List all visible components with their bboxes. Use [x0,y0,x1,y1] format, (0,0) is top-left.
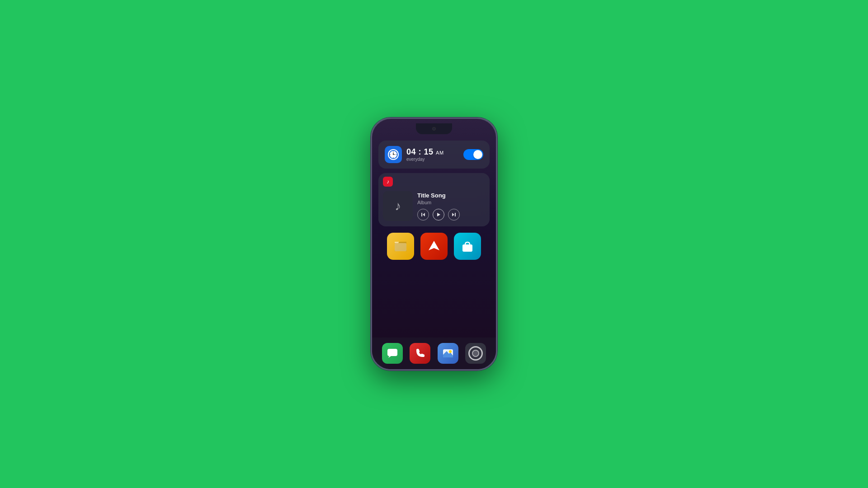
phone-body: 04 : 15 AM everyday ♪ ♪ [371,117,497,371]
nav-icon [427,239,441,253]
prev-icon [421,212,425,217]
play-icon [436,212,441,217]
svg-rect-11 [421,213,422,216]
alarm-widget[interactable]: 04 : 15 AM everyday [378,141,490,169]
app-grid [378,231,490,262]
files-icon [393,239,408,254]
nav-app-icon[interactable] [420,233,448,260]
alarm-ampm: AM [436,150,444,155]
phone-dock-icon[interactable] [410,343,430,364]
music-title: Title Song [417,192,485,199]
next-button[interactable] [448,209,460,221]
messages-dock-icon[interactable] [382,343,403,364]
svg-point-22 [449,350,452,353]
svg-rect-17 [462,244,472,252]
svg-marker-19 [388,356,391,358]
music-widget[interactable]: ♪ ♪ Title Song Album [378,173,490,226]
camera-ring [468,346,483,361]
camera-notch [416,123,452,134]
svg-point-9 [393,154,394,155]
alarm-time-display: 04 : 15 AM [406,148,444,156]
alarm-left: 04 : 15 AM everyday [385,146,444,163]
notch-camera [432,127,436,131]
svg-marker-16 [429,241,439,250]
svg-rect-15 [395,243,406,251]
photos-icon [442,347,454,359]
album-art: ♪ [383,191,413,221]
music-widget-header: ♪ [378,173,490,188]
play-button[interactable] [433,209,444,221]
clock-icon [385,146,402,163]
files-app-icon[interactable] [387,233,414,260]
next-icon [452,212,456,217]
svg-rect-18 [387,349,397,356]
toggle-knob [473,150,482,159]
music-album: Album [417,200,485,205]
svg-marker-12 [437,213,440,216]
messages-icon [387,347,398,359]
music-note-icon: ♪ [395,199,401,213]
music-info: Title Song Album [417,192,485,221]
music-content: ♪ Title Song Album [378,188,490,226]
music-app-icon: ♪ [383,177,393,187]
store-icon [461,239,474,253]
svg-rect-14 [455,213,456,216]
clock-svg [387,149,399,160]
prev-button[interactable] [417,209,429,221]
phone-container: 04 : 15 AM everyday ♪ ♪ [371,117,497,371]
store-app-icon[interactable] [454,233,481,260]
photos-dock-icon[interactable] [438,343,458,364]
svg-marker-13 [452,213,454,216]
dock [372,338,496,369]
svg-marker-10 [423,213,425,216]
alarm-toggle[interactable] [463,149,483,160]
music-controls [417,209,485,221]
phone-icon [415,348,425,359]
alarm-label: everyday [406,157,444,162]
alarm-time-value: 04 : 15 [406,147,434,156]
camera-inner [472,350,479,357]
alarm-time: 04 : 15 AM everyday [406,148,444,162]
camera-dock-icon[interactable] [465,343,486,364]
phone-screen: 04 : 15 AM everyday ♪ ♪ [372,119,496,369]
